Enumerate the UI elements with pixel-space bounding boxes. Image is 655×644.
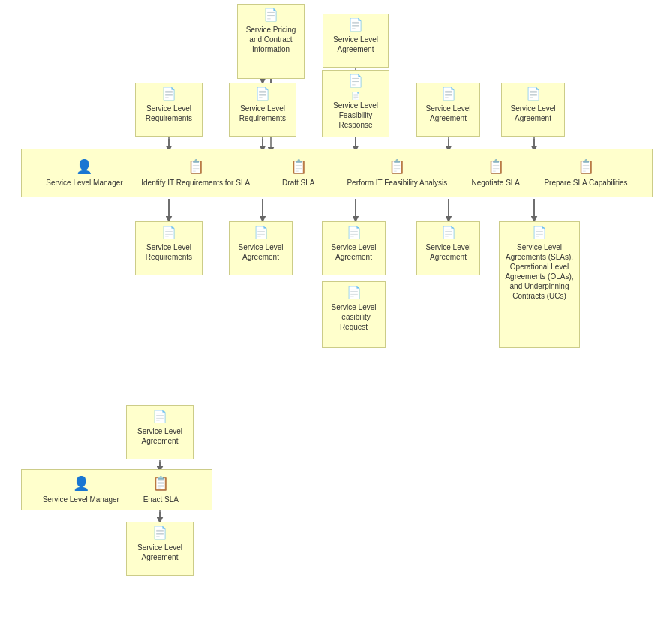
- doc-slf-response: 📄 📄 Service Level Feasibility Response: [322, 70, 389, 137]
- doc-slf-request: 📄 Service Level Feasibility Request: [322, 281, 386, 348]
- actor-service-level-manager-2: 👤 Service Level Manager: [43, 475, 119, 504]
- doc-icon-sla-perform-out: 📄: [347, 225, 362, 241]
- doc-service-pricing: 📄 Service Pricing and Contract Informati…: [237, 4, 305, 79]
- process-enact-sla: 📋 Enact SLA: [131, 475, 191, 504]
- doc-sla-prepare-in: 📄 Service Level Agreement: [501, 83, 565, 137]
- doc-sla-perform-out: 📄 Service Level Agreement: [322, 221, 386, 275]
- diagram-canvas: 📄 Service Pricing and Contract Informati…: [0, 0, 655, 644]
- doc-icon-sla-neg-in: 📄: [441, 86, 456, 102]
- main-process-row: 👤 Service Level Manager 📋 Identify IT Re…: [21, 149, 653, 197]
- doc-icon-sla-top: 📄: [348, 17, 363, 33]
- actor-service-level-manager-1: 👤 Service Level Manager: [46, 158, 122, 188]
- doc-icon-slf-resp: 📄: [348, 74, 363, 89]
- doc-icon-slas-olas: 📄: [532, 225, 547, 241]
- doc-icon-pricing: 📄: [263, 8, 278, 23]
- process-negotiate-sla: 📋 Negotiate SLA: [466, 158, 526, 188]
- doc-sla-enact-in: 📄 Service Level Agreement: [126, 405, 194, 459]
- doc-icon-sla-enact-in: 📄: [152, 409, 167, 425]
- doc-icon-sla-prep-in: 📄: [526, 86, 541, 102]
- doc-slr-1: 📄 Service Level Requirements: [135, 83, 203, 137]
- process-prepare-sla-capabilities: 📋 Prepare SLA Capabilities: [544, 158, 627, 188]
- process-draft-sla: 📋 Draft SLA: [269, 158, 329, 188]
- doc-slas-olas-ucs: 📄 Service Level Agreements (SLAs), Opera…: [499, 221, 580, 348]
- doc-slr-2: 📄 Service Level Requirements: [229, 83, 296, 137]
- doc-sla-negotiate-out: 📄 Service Level Agreement: [416, 221, 480, 275]
- doc-sla-draft-out: 📄 Service Level Agreement: [229, 221, 293, 275]
- doc-icon-sla-draft-out: 📄: [254, 225, 269, 241]
- doc-icon-slr-out: 📄: [161, 225, 176, 241]
- doc-icon-sla-enact-out: 📄: [152, 525, 167, 541]
- doc-sla-negotiate-in: 📄 Service Level Agreement: [416, 83, 480, 137]
- doc-icon-slf-req: 📄: [347, 285, 362, 301]
- doc-icon-sla-neg-out: 📄: [441, 225, 456, 241]
- process-identify-it-requirements: 📋 Identify IT Requirements for SLA: [141, 158, 250, 188]
- doc-sla-top: 📄 Service Level Agreement: [323, 14, 389, 68]
- doc-icon-slr1: 📄: [161, 86, 176, 102]
- enact-process-row: 👤 Service Level Manager 📋 Enact SLA: [21, 469, 212, 510]
- doc-slr-out: 📄 Service Level Requirements: [135, 221, 203, 275]
- doc-icon-slr2: 📄: [255, 86, 270, 102]
- doc-sla-enact-out: 📄 Service Level Agreement: [126, 522, 194, 576]
- process-perform-it-feasibility: 📋 Perform IT Feasibility Analysis: [347, 158, 447, 188]
